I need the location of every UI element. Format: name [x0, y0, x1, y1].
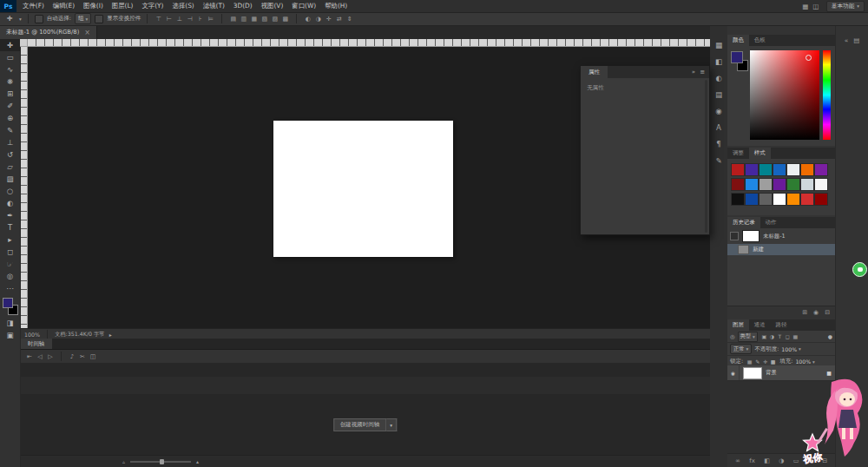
split-at-playhead-icon[interactable]: ✂ — [77, 352, 88, 362]
lock-pixels-icon[interactable]: ✎ — [753, 358, 761, 366]
create-timeline-caret[interactable]: ▾ — [386, 418, 397, 431]
eraser-tool[interactable]: ▱ — [0, 161, 20, 173]
new-adjustment-layer-icon[interactable]: ◑ — [779, 457, 784, 464]
history-brush-tool[interactable]: ↺ — [0, 148, 20, 161]
create-video-timeline-button[interactable]: 创建视频时间轴 — [333, 418, 387, 431]
menu-item[interactable]: 3D(D) — [229, 0, 257, 12]
roll-3d-camera-icon[interactable]: ◑ — [313, 14, 323, 23]
brush-tool[interactable]: ✎ — [0, 124, 20, 136]
adjustments-panel-icon[interactable]: ◐ — [710, 69, 727, 86]
history-snapshot-row[interactable]: 未标题-1 — [727, 228, 835, 244]
filter-shape-layers-icon[interactable]: ◻ — [784, 332, 792, 341]
lock-position-icon[interactable]: ✛ — [761, 358, 769, 366]
style-swatch[interactable] — [786, 193, 800, 206]
menu-item[interactable]: 编辑(E) — [49, 0, 79, 12]
pen-tool[interactable]: ✒ — [0, 209, 20, 221]
orbit-3d-camera-icon[interactable]: ◐ — [303, 14, 312, 23]
align-bottom-edges-icon[interactable]: ⊥ — [174, 14, 184, 23]
quick-mask-button[interactable]: ◨ — [0, 317, 20, 329]
gradient-tool[interactable]: ▨ — [0, 173, 20, 185]
horizontal-ruler[interactable] — [27, 39, 710, 47]
align-left-edges-icon[interactable]: ⊣ — [185, 14, 194, 23]
timeline-zoom-slider[interactable] — [130, 461, 191, 463]
align-vertical-centers-icon[interactable]: ⊢ — [164, 14, 174, 23]
delete-state-icon[interactable]: ⊟ — [825, 309, 830, 316]
panel-tab[interactable]: 调整 — [727, 148, 749, 159]
panel-tab[interactable]: 历史记录 — [727, 217, 760, 228]
crop-tool[interactable]: ⊞ — [0, 88, 20, 100]
timeline-zoom-out-icon[interactable]: ▵ — [122, 458, 125, 464]
menu-item[interactable]: 文件(F) — [18, 0, 49, 12]
saturation-brightness-field[interactable] — [750, 50, 819, 140]
style-swatch[interactable] — [814, 178, 828, 191]
eyedropper-tool[interactable]: ✐ — [0, 100, 20, 112]
zoom-level-field[interactable]: 100% — [24, 332, 40, 338]
panel-tab[interactable]: 通道 — [749, 319, 771, 331]
clone-stamp-tool[interactable]: ⊥ — [0, 136, 20, 148]
info-panel-icon[interactable]: ◉ — [710, 102, 727, 119]
filter-type-layers-icon[interactable]: T — [776, 332, 784, 341]
layer-thumbnail[interactable] — [743, 367, 762, 379]
screen-mode-switch-icon[interactable]: ◫ — [811, 2, 821, 11]
menu-item[interactable]: 滤镜(T) — [199, 0, 229, 12]
notes-panel-icon[interactable]: ✎ — [710, 152, 727, 168]
first-frame-icon[interactable]: ⇤ — [24, 352, 35, 362]
dock-menu-icon[interactable]: ▤ — [853, 36, 859, 44]
new-group-icon[interactable]: ▭ — [793, 457, 799, 464]
foreground-color-swatch[interactable] — [3, 298, 13, 308]
floating-chat-bubble[interactable] — [852, 262, 867, 277]
select-transition-icon[interactable]: ◫ — [88, 352, 98, 362]
previous-frame-icon[interactable]: ◁ — [35, 352, 45, 362]
mute-audio-icon[interactable]: ♪ — [67, 352, 77, 362]
character-panel-icon[interactable]: A — [710, 119, 727, 135]
blend-mode-dropdown[interactable]: 正常 ▾ — [730, 344, 752, 354]
panel-menu-icon[interactable]: ≡ — [700, 69, 705, 76]
style-swatch[interactable] — [800, 193, 814, 206]
distribute-left-edges-icon[interactable]: ▧ — [260, 14, 269, 23]
color-marker[interactable] — [806, 55, 812, 61]
libraries-panel-icon[interactable]: ▤ — [710, 86, 727, 102]
document-tab[interactable]: 未标题-1 @ 100%(RGB/8) × — [0, 25, 97, 39]
tool-preset-caret-icon[interactable]: ▾ — [19, 16, 22, 22]
panel-tab[interactable]: 路径 — [771, 319, 792, 331]
blur-tool[interactable]: ○ — [0, 185, 20, 197]
workspace-switcher-button[interactable]: 基本功能 ▾ — [826, 1, 865, 12]
tab-properties[interactable]: 属性 — [581, 66, 608, 78]
align-right-edges-icon[interactable]: ⊨ — [206, 14, 215, 23]
play-icon[interactable]: ▷ — [45, 352, 56, 362]
menu-item[interactable]: 视图(V) — [257, 0, 288, 12]
quick-selection-tool[interactable]: ❋ — [0, 76, 20, 88]
style-swatch[interactable] — [773, 163, 786, 176]
style-swatch[interactable] — [731, 178, 745, 191]
style-swatch[interactable] — [745, 178, 759, 191]
lock-all-icon[interactable]: ■ — [769, 358, 777, 366]
filter-smart-objects-icon[interactable]: ▦ — [792, 332, 799, 341]
auto-select-dropdown[interactable]: 组 ▾ — [75, 13, 91, 24]
filter-adjustment-layers-icon[interactable]: ◑ — [768, 332, 776, 341]
new-document-from-state-icon[interactable]: ⊞ — [802, 309, 807, 316]
timeline-zoom-in-icon[interactable]: ▴ — [196, 458, 199, 464]
color-panel-icon[interactable]: ◧ — [710, 53, 727, 69]
fill-value[interactable]: 100% ▾ — [795, 358, 814, 365]
filter-pixel-layers-icon[interactable]: ▣ — [760, 332, 768, 341]
panel-tab[interactable]: 图层 — [727, 319, 749, 331]
auto-select-checkbox[interactable] — [35, 15, 43, 23]
close-tab-icon[interactable]: × — [84, 29, 90, 36]
edit-toolbar-icon[interactable]: ⋯ — [0, 282, 20, 294]
slide-3d-camera-icon[interactable]: ⇄ — [334, 14, 344, 23]
show-transform-checkbox[interactable] — [95, 15, 103, 23]
panel-tab[interactable]: 色板 — [749, 35, 771, 46]
visibility-eye-icon[interactable]: ◉ — [727, 365, 740, 380]
path-selection-tool[interactable]: ▸ — [0, 234, 20, 246]
lasso-tool[interactable]: ∿ — [0, 63, 20, 76]
style-swatch[interactable] — [773, 178, 786, 191]
move-tool[interactable]: ✛ — [0, 39, 20, 51]
tool-preset-icon[interactable]: ✛ — [3, 14, 16, 23]
style-swatch[interactable] — [786, 163, 800, 176]
link-layers-icon[interactable]: ∞ — [735, 457, 740, 464]
ruler-origin[interactable] — [20, 39, 28, 47]
style-swatch[interactable] — [759, 193, 773, 206]
properties-panel-header[interactable]: 属性 » ≡ — [581, 66, 709, 78]
distribute-vertical-centers-icon[interactable]: ▥ — [239, 14, 248, 23]
foreground-color-swatch[interactable] — [731, 51, 743, 63]
